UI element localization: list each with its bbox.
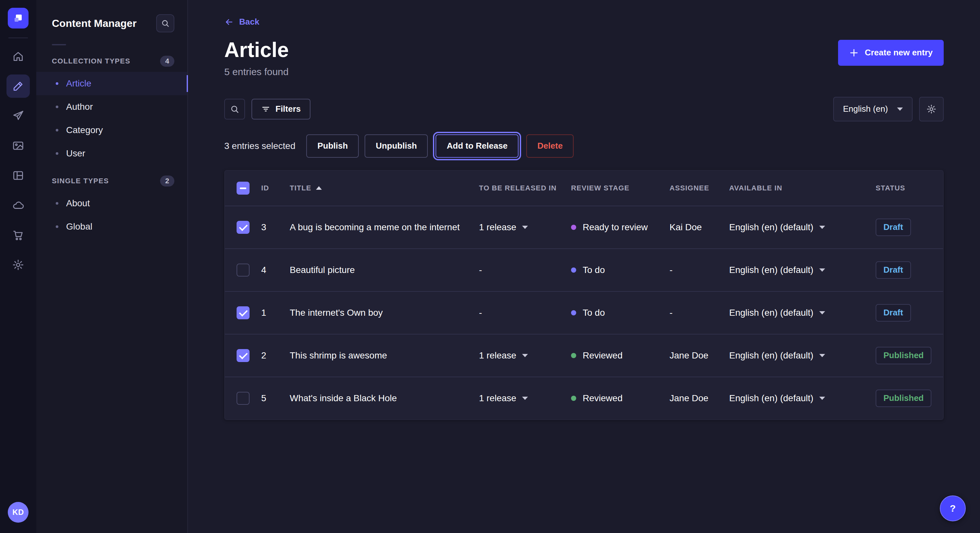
cell-status: Draft [876, 304, 943, 322]
locale-select-value: English (en) [843, 104, 888, 114]
content-manager-sidebar: Content Manager COLLECTION TYPES 4 Artic… [36, 0, 188, 533]
sidebar-item-global[interactable]: Global [36, 215, 187, 238]
chevron-down-icon [819, 397, 825, 400]
row-checkbox[interactable] [237, 221, 250, 234]
cell-review-stage: To do [571, 265, 670, 275]
chevron-down-icon [819, 268, 825, 272]
home-icon[interactable] [6, 45, 30, 68]
cell-assignee: Jane Doe [670, 393, 729, 403]
publish-button[interactable]: Publish [306, 134, 359, 158]
app-root: KD Content Manager COLLECTION TYPES 4 Ar… [0, 0, 980, 533]
rail-nav [6, 45, 30, 276]
cell-to-be-released-in[interactable]: - [479, 265, 571, 275]
table-row[interactable]: 4 Beautiful picture - To do - English (e… [225, 248, 943, 291]
content-type-builder-icon[interactable] [6, 164, 30, 187]
view-settings-button[interactable] [919, 97, 944, 121]
main-nav-rail: KD [0, 0, 36, 533]
chevron-down-icon [819, 354, 825, 357]
bullet-icon [56, 152, 58, 155]
filters-button[interactable]: Filters [251, 99, 310, 119]
table-row[interactable]: 1 The internet's Own boy - To do - Engli… [225, 291, 943, 334]
create-new-entry-label: Create new entry [865, 48, 933, 58]
cell-status: Draft [876, 219, 943, 236]
strapi-logo-icon [12, 12, 24, 24]
row-checkbox[interactable] [237, 349, 250, 362]
table-row[interactable]: 2 This shrimp is awesome 1 release Revie… [225, 334, 943, 377]
status-badge: Published [876, 390, 931, 407]
plus-icon [849, 48, 859, 58]
sidebar-item-author[interactable]: Author [36, 95, 187, 119]
delete-button[interactable]: Delete [526, 134, 574, 158]
table-row[interactable]: 3 A bug is becoming a meme on the intern… [225, 206, 943, 248]
cell-status: Draft [876, 261, 943, 279]
search-button[interactable] [224, 99, 245, 119]
cell-to-be-released-in[interactable]: - [479, 308, 571, 318]
bullet-icon [56, 129, 58, 132]
sidebar-item-user[interactable]: User [36, 142, 187, 165]
cell-title: The internet's Own boy [290, 308, 479, 318]
sidebar-item-label: User [66, 148, 85, 159]
row-checkbox[interactable] [237, 306, 250, 319]
cell-available-in[interactable]: English (en) (default) [729, 265, 876, 275]
cell-available-in[interactable]: English (en) (default) [729, 222, 876, 233]
sidebar-item-article[interactable]: Article [36, 72, 187, 95]
bulk-actions-bar: 3 entries selected Publish Unpublish Add… [224, 134, 944, 158]
back-link[interactable]: Back [224, 17, 259, 27]
unpublish-button[interactable]: Unpublish [364, 134, 428, 158]
review-stage-dot [571, 268, 576, 273]
chevron-down-icon [819, 311, 825, 314]
rail-divider [8, 38, 28, 38]
sidebar-divider [52, 44, 66, 45]
release-caret [522, 226, 528, 229]
media-library-icon[interactable] [6, 134, 30, 157]
toolbar-left: Filters [224, 99, 310, 119]
cloud-icon[interactable] [6, 194, 30, 217]
strapi-logo[interactable] [8, 8, 29, 29]
collection-types-list: Article Author Category User [36, 72, 187, 165]
table-row[interactable]: 5 What's inside a Black Hole 1 release R… [225, 377, 943, 419]
column-header-to-be-released-in[interactable]: TO BE RELEASED IN [479, 184, 557, 192]
marketplace-icon[interactable] [6, 224, 30, 247]
filters-label: Filters [275, 104, 301, 114]
sidebar-header: Content Manager [36, 14, 187, 32]
collection-types-section-header: COLLECTION TYPES 4 [36, 49, 187, 72]
sidebar-item-category[interactable]: Category [36, 119, 187, 142]
table-header-row: ID TITLE TO BE RELEASED IN REVIEW STAGE … [225, 171, 943, 206]
section-label: SINGLE TYPES [52, 177, 109, 185]
cell-available-in[interactable]: English (en) (default) [729, 308, 876, 318]
settings-icon[interactable] [6, 253, 30, 276]
sidebar-item-about[interactable]: About [36, 192, 187, 215]
column-header-title[interactable]: TITLE [290, 184, 322, 192]
column-header-status[interactable]: STATUS [876, 184, 905, 192]
row-checkbox[interactable] [237, 392, 250, 405]
cell-assignee: Kai Doe [670, 222, 729, 233]
cell-available-in[interactable]: English (en) (default) [729, 351, 876, 361]
column-header-assignee[interactable]: ASSIGNEE [670, 184, 710, 192]
single-types-list: About Global [36, 192, 187, 238]
status-badge: Published [876, 347, 931, 364]
releases-icon[interactable] [6, 104, 30, 128]
help-button[interactable]: ? [940, 495, 966, 521]
content-manager-icon[interactable] [6, 75, 30, 98]
locale-select[interactable]: English (en) [833, 97, 913, 121]
avatar[interactable]: KD [8, 502, 29, 523]
list-toolbar: Filters English (en) [224, 97, 944, 121]
column-header-review-stage[interactable]: REVIEW STAGE [571, 184, 629, 192]
status-badge: Draft [876, 304, 911, 322]
cell-to-be-released-in[interactable]: 1 release [479, 351, 571, 361]
column-header-available-in[interactable]: AVAILABLE IN [729, 184, 782, 192]
column-header-id[interactable]: ID [261, 184, 269, 192]
cell-title: Beautiful picture [290, 265, 479, 275]
release-caret [522, 354, 528, 357]
chevron-down-icon [819, 226, 825, 229]
sidebar-search-button[interactable] [156, 14, 174, 32]
add-to-release-button[interactable]: Add to Release [436, 134, 519, 158]
cell-to-be-released-in[interactable]: 1 release [479, 222, 571, 233]
cell-id: 2 [261, 351, 290, 361]
row-checkbox[interactable] [237, 263, 250, 276]
select-all-checkbox[interactable] [237, 182, 250, 195]
create-new-entry-button[interactable]: Create new entry [838, 40, 944, 66]
cell-available-in[interactable]: English (en) (default) [729, 393, 876, 403]
cell-assignee: - [670, 265, 729, 275]
cell-to-be-released-in[interactable]: 1 release [479, 393, 571, 403]
